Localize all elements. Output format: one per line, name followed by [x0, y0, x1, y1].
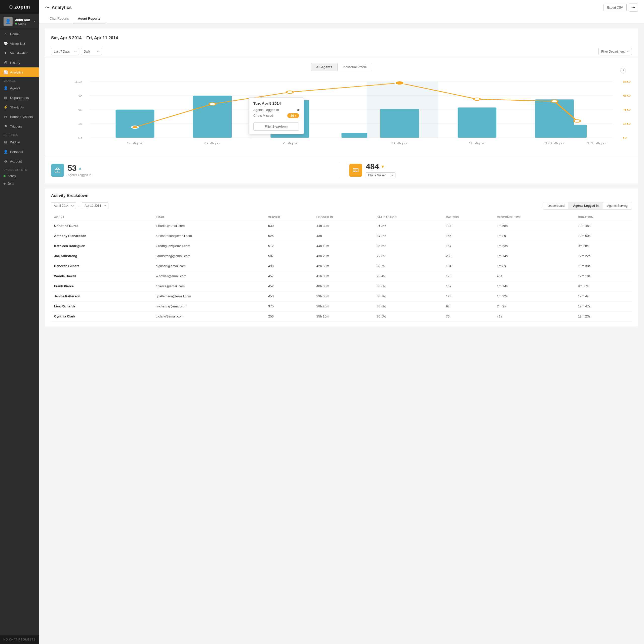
cell-satisfaction: 75.4%	[374, 271, 443, 281]
table-row[interactable]: Christine Burke c.burke@email.com 530 44…	[51, 221, 632, 231]
user-section[interactable]: 👤 John Doe Online ▼	[0, 14, 39, 29]
user-chevron-icon[interactable]: ▼	[33, 20, 35, 23]
cell-satisfaction: 91.8%	[374, 221, 443, 231]
sidebar-item-label: Widget	[10, 140, 20, 144]
cell-duration: 12m 18s	[575, 271, 632, 281]
col-duration: DURATION	[575, 214, 632, 221]
agents-logged-in-value: 53 ▲	[68, 164, 91, 173]
cell-agent: Deborah Gilbert	[51, 261, 153, 271]
cell-logged-in: 39h 30m	[313, 291, 374, 301]
date-from-select[interactable]: Apr 5 2014	[51, 202, 76, 209]
sidebar-item-label: Account	[10, 159, 22, 163]
agents-logged-in-label: Agents Logged In	[68, 173, 91, 177]
svg-text:6 Apr: 6 Apr	[204, 141, 221, 145]
table-row[interactable]: Anthony Richardson a.richardson@email.co…	[51, 231, 632, 241]
cell-duration: 12m 48s	[575, 221, 632, 231]
preset-select[interactable]: Last 7 Days Last 14 Days Last 30 Days	[51, 48, 79, 55]
col-ratings: RATINGS	[443, 214, 494, 221]
table-row[interactable]: Cynthia Clark c.clark@email.com 256 35h …	[51, 311, 632, 321]
sidebar-item-banned-visitors[interactable]: ⊘ Banned Visitors	[0, 112, 39, 122]
cell-email: w.howell@email.com	[153, 271, 265, 281]
tooltip-chats-badge: 30 ›	[287, 113, 299, 118]
sidebar-item-departments[interactable]: ⊞ Departments	[0, 93, 39, 102]
cell-logged-in: 41h 30m	[313, 271, 374, 281]
agent-status-dot-zenny	[4, 175, 6, 177]
cell-ratings: 134	[443, 221, 494, 231]
col-logged-in: LOGGED IN	[313, 214, 374, 221]
filter-department-select[interactable]: Filter Department	[598, 48, 632, 55]
agents-serving-tab[interactable]: Agents Serving	[603, 202, 632, 210]
page-tabs: Chat Reports Agent Reports	[45, 14, 638, 23]
cell-satisfaction: 88.8%	[374, 301, 443, 311]
col-response-time: RESPONSE TIME	[494, 214, 575, 221]
table-row[interactable]: Kathleen Rodriguez k.rodriguez@email.com…	[51, 241, 632, 251]
manage-section-label: MANAGE	[0, 77, 39, 83]
cell-logged-in: 43h	[313, 231, 374, 241]
cell-email: f.pierce@email.com	[153, 281, 265, 291]
table-row[interactable]: Frank Pierce f.pierce@email.com 452 40h …	[51, 281, 632, 291]
sidebar-logo: ⬡ zopim	[0, 0, 39, 14]
cell-duration: 12m 47s	[575, 301, 632, 311]
sidebar-item-history[interactable]: ⏱ History	[0, 58, 39, 67]
individual-profile-button[interactable]: Individual Profile	[338, 63, 372, 71]
svg-text:6: 6	[78, 108, 82, 111]
filter-breakdown-button[interactable]: Filter Breakdown	[253, 123, 299, 131]
date-to-select[interactable]: Apr 12 2014	[82, 202, 108, 209]
chats-metric-select[interactable]: Chats Missed Chats Served Response Time	[366, 172, 395, 178]
sidebar-item-shortcuts[interactable]: ⚡ Shortcuts	[0, 102, 39, 112]
cell-logged-in: 38h 20m	[313, 301, 374, 311]
sidebar-item-visualization[interactable]: ✦ Visualization	[0, 48, 39, 58]
agent-item-john[interactable]: John	[0, 180, 39, 187]
date-range-header: Sat, Apr 5 2014 – Fri, Apr 11 2014	[45, 32, 638, 43]
help-icon[interactable]: ?	[620, 68, 626, 73]
tooltip-agents-row: Agents Logged In 8	[253, 108, 299, 112]
cell-satisfaction: 72.6%	[374, 251, 443, 261]
agent-name-zenny: Zenny	[8, 174, 16, 178]
widget-icon: ⊡	[4, 140, 8, 144]
tab-chat-reports[interactable]: Chat Reports	[45, 14, 73, 23]
export-csv-button[interactable]: Export CSV	[603, 4, 627, 11]
sidebar-item-label: Personal	[10, 150, 23, 154]
table-row[interactable]: Joe Armstrong j.armstrong@email.com 507 …	[51, 251, 632, 261]
svg-text:5 Apr: 5 Apr	[127, 141, 143, 145]
table-row[interactable]: Janice Patterson j.patternson@email.com …	[51, 291, 632, 301]
cell-logged-in: 43h 20m	[313, 251, 374, 261]
table-row[interactable]: Deborah Gilbert d.gilbert@email.com 498 …	[51, 261, 632, 271]
svg-rect-20	[458, 107, 496, 138]
sidebar-item-agents[interactable]: 👤 Agents	[0, 83, 39, 93]
cell-email: d.gilbert@email.com	[153, 261, 265, 271]
agents-logged-in-tab[interactable]: Agents Logged In	[569, 202, 603, 210]
cell-agent: Lisa Richards	[51, 301, 153, 311]
cell-email: j.patternson@email.com	[153, 291, 265, 301]
more-options-button[interactable]: •••	[629, 4, 638, 12]
cell-email: c.burke@email.com	[153, 221, 265, 231]
activity-table: AGENT EMAIL SERVED LOGGED IN SATISACTION…	[51, 214, 632, 321]
sidebar-item-analytics[interactable]: 📈 Analytics	[0, 67, 39, 77]
home-icon: ⌂	[4, 32, 8, 36]
cell-satisfaction: 89.7%	[374, 261, 443, 271]
tab-agent-reports[interactable]: Agent Reports	[73, 14, 105, 23]
stats-row: 53 ▲ Agents Logged In 484 ▼	[45, 157, 638, 183]
sidebar-item-home[interactable]: ⌂ Home	[0, 29, 39, 39]
sidebar-item-widget[interactable]: ⊡ Widget	[0, 137, 39, 147]
tooltip-chats-row: Chats Missed 30 ›	[253, 113, 299, 118]
cell-email: j.armstrong@email.com	[153, 251, 265, 261]
svg-point-39	[57, 171, 58, 172]
sidebar-item-personal[interactable]: 👤 Personal	[0, 147, 39, 156]
chats-missed-dropdown[interactable]: Chats Missed Chats Served Response Time	[366, 172, 395, 178]
interval-select[interactable]: Daily Weekly Monthly	[81, 48, 102, 55]
leaderboard-tab[interactable]: Leaderboard	[543, 202, 569, 210]
svg-text:8 Apr: 8 Apr	[391, 141, 408, 145]
sidebar-item-visitor-list[interactable]: 💬 Visitor List	[0, 39, 39, 48]
page-title: 〜 Analytics	[45, 5, 72, 11]
sidebar-item-label: Shortcuts	[10, 105, 24, 109]
all-agents-button[interactable]: All Agents	[311, 63, 338, 71]
sidebar-item-triggers[interactable]: ⚑ Triggers	[0, 122, 39, 131]
table-row[interactable]: Lisa Richards l.richards@email.com 375 3…	[51, 301, 632, 311]
analytics-title-icon: 〜	[45, 5, 50, 11]
agent-item-zenny[interactable]: Zenny	[0, 172, 39, 180]
analytics-icon: 📈	[4, 70, 8, 74]
sidebar-item-account[interactable]: ⚙ Account	[0, 156, 39, 166]
table-row[interactable]: Wanda Howell w.howell@email.com 457 41h …	[51, 271, 632, 281]
cell-served: 498	[265, 261, 313, 271]
